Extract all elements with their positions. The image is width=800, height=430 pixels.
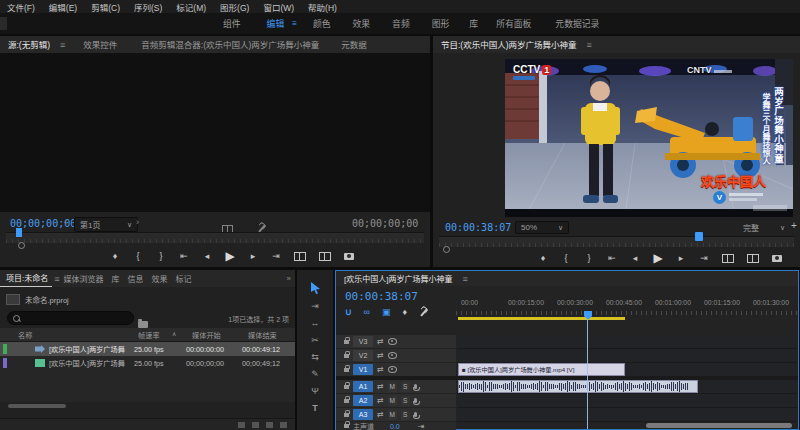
extract-icon[interactable] [747,254,759,263]
program-goto-out-icon[interactable]: ⇥ [699,253,709,263]
footer-icon-1[interactable] [238,422,245,428]
timeline-timecode[interactable]: 00:00:38:07 [345,290,418,303]
goto-in-icon[interactable]: ⇤ [179,251,189,261]
source-viewer[interactable] [0,53,430,212]
track-select-tool[interactable]: ⇥ [311,301,319,311]
tab-program[interactable]: 节目:(欢乐中国人)两岁广场舞小神童 [433,36,585,53]
sort-indicator-icon[interactable]: ∧ [172,330,176,337]
tab-effects[interactable]: 效果 [148,271,172,286]
sync-lock-icon[interactable]: ⇄ [377,337,384,346]
workspace-tab-graphics[interactable]: 图形 [424,15,458,33]
program-video-frame[interactable]: CCTV1 CNTV 两岁广场舞小神童 学舞三个月舞技惊人 欢乐中国人 V [505,59,793,217]
program-step-back-icon[interactable]: ◂ [630,253,640,263]
timeline-marker-icon[interactable]: ♦ [403,307,408,317]
new-bin-icon[interactable] [138,321,148,328]
video-clip[interactable]: ■ [欢乐中国人]两岁广场舞小神童.mp4 [V] [458,363,625,376]
workspace-tab-audio[interactable]: 音频 [384,15,418,33]
solo-button[interactable]: S [401,410,410,420]
program-add-marker-icon[interactable]: ♦ [538,253,548,263]
tab-media-browser[interactable]: 媒体浏览器 [60,271,108,286]
program-step-forward-icon[interactable]: ▸ [676,253,686,263]
add-marker-icon[interactable]: ♦ [110,251,120,261]
menu-clip[interactable]: 剪辑(C) [84,1,127,13]
tab-libraries[interactable]: 库 [108,271,124,286]
menu-help[interactable]: 帮助(H) [301,1,344,13]
page-prev-icon[interactable]: ‹ [64,217,67,227]
footer-icon-2[interactable] [252,422,259,428]
timeline-playhead-line[interactable] [587,319,588,429]
pen-tool[interactable]: ✎ [311,369,319,379]
page-next-icon[interactable]: › [136,217,139,227]
project-row-1[interactable]: [欢乐中国人]两岁广场舞 25.00 fps 00:00:00:00 00:00… [0,342,295,356]
footer-icon-3[interactable] [266,422,273,428]
workspace-menu-icon[interactable]: ≡ [292,19,297,28]
track-label-v2[interactable]: V2 [353,350,373,361]
program-play-button-icon[interactable]: ▶ [653,251,663,265]
solo-button[interactable]: S [401,396,410,406]
track-lane-v2[interactable] [457,349,797,363]
program-panel-menu-icon[interactable]: ≡ [587,40,592,50]
program-scrubber[interactable] [439,236,794,247]
menu-sequence[interactable]: 序列(S) [127,1,169,13]
sync-lock-icon[interactable]: ⇄ [377,365,384,374]
timeline-panel-menu-icon[interactable]: ≡ [462,274,467,284]
linked-selection-icon[interactable]: ∞ [364,307,370,317]
track-output-icon[interactable] [388,352,397,359]
page-selector-dropdown[interactable]: 第1页 ∨ [74,217,138,232]
track-output-icon[interactable] [388,338,397,345]
zoom-level-dropdown[interactable]: 50% ∨ [515,221,569,234]
tab-sequence[interactable]: [欢乐中国人]两岁广场舞小神童 [336,271,460,286]
timeline-ruler[interactable]: 00:00 00:00:15:00 00:00:30:00 00:00:45:0… [456,299,798,315]
tab-effect-controls[interactable]: 效果控件 [75,36,125,53]
nest-icon[interactable]: ▣ [382,307,391,317]
voiceover-record-icon[interactable] [414,398,417,403]
overwrite-icon[interactable] [319,252,331,261]
tab-source[interactable]: 源:(无剪辑) [0,36,58,53]
program-timecode[interactable]: 00:00:38:07 [445,222,511,233]
lock-icon[interactable] [344,424,349,428]
goto-out-icon[interactable]: ⇥ [271,251,281,261]
track-label-v3[interactable]: V3 [353,336,373,347]
mark-out-icon[interactable]: } [156,251,166,261]
column-framerate[interactable]: 帧速率 [138,330,160,340]
lock-icon[interactable] [344,385,349,389]
project-bin-row[interactable]: 未命名.prproj [0,292,295,307]
workspace-tab-color[interactable]: 颜色 [305,15,339,33]
voiceover-record-icon[interactable] [414,384,417,389]
project-search-box[interactable] [7,311,134,325]
slip-tool[interactable]: ⇆ [311,352,319,362]
add-button[interactable]: + [791,220,797,231]
insert-icon[interactable] [294,252,306,261]
lock-icon[interactable] [344,368,349,372]
menu-marker[interactable]: 标记(M) [169,1,213,13]
project-row-2[interactable]: [欢乐中国人]两岁广场舞 25.00 fps 00;00;00;00 00;00… [0,356,295,370]
program-mark-in-icon[interactable]: { [561,253,571,263]
track-label-a3[interactable]: A3 [353,409,373,420]
sync-lock-icon[interactable]: ⇄ [377,382,384,391]
footer-icon-4[interactable] [280,422,287,428]
program-playhead[interactable] [695,232,703,241]
workspace-tab-assembly[interactable]: 组件 [215,15,249,33]
track-label-a2[interactable]: A2 [353,395,373,406]
mark-in-icon[interactable]: { [133,251,143,261]
work-area-bar[interactable] [458,317,625,320]
selection-tool[interactable] [310,282,321,294]
razor-tool[interactable]: ✂ [311,335,319,345]
column-media-start[interactable]: 媒体开始 [192,330,221,340]
sync-lock-icon[interactable]: ⇄ [377,351,384,360]
workspace-tab-editing[interactable]: 编辑 [259,15,293,33]
lock-icon[interactable] [344,354,349,358]
lock-icon[interactable] [344,399,349,403]
project-tab-overflow-icon[interactable]: » [287,274,291,283]
workspace-tab-all-panels[interactable]: 所有面板 [488,15,539,33]
step-forward-icon[interactable]: ▸ [248,251,258,261]
mute-button[interactable]: M [388,410,397,420]
program-export-frame-icon[interactable] [772,255,782,262]
sync-lock-icon[interactable]: ⇄ [377,396,384,405]
tab-metadata[interactable]: 元数据 [333,36,375,53]
tab-project[interactable]: 项目:未命名 [0,270,52,287]
hand-tool[interactable]: Ψ [311,386,319,396]
menu-edit[interactable]: 编辑(E) [42,1,84,13]
program-mark-out-icon[interactable]: } [584,253,594,263]
export-frame-icon[interactable] [344,253,354,260]
